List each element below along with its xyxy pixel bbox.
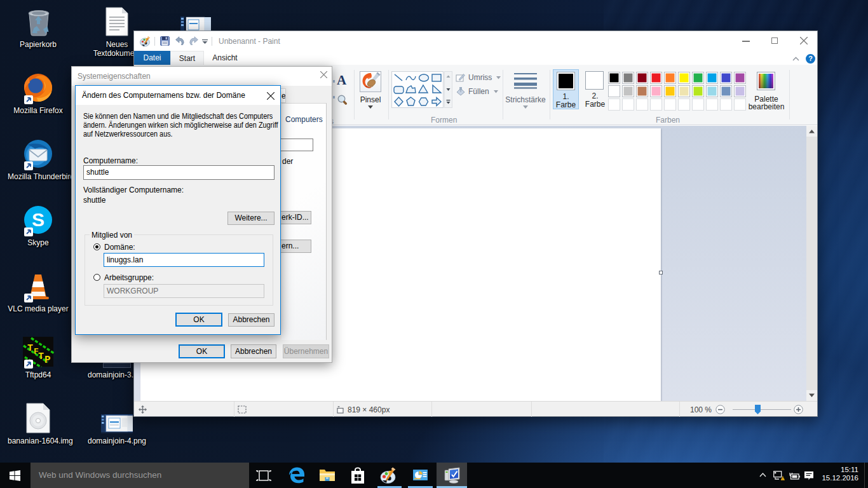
svg-text:!: ! [782, 477, 783, 480]
svg-text:S: S [32, 209, 44, 230]
svg-text:P: P [44, 355, 51, 366]
svg-text:T: T [27, 343, 33, 354]
svg-text:T: T [38, 351, 44, 362]
